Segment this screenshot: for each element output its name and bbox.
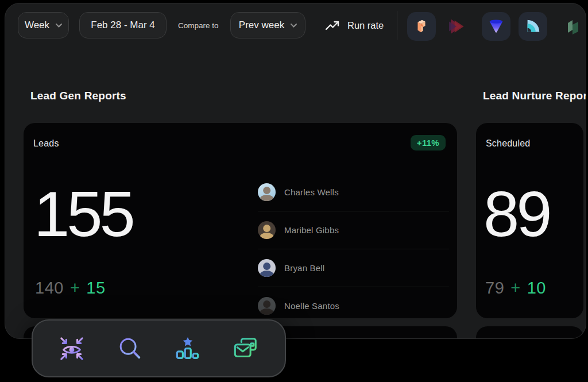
- floating-toolbar: [32, 319, 286, 377]
- avatar: [258, 297, 276, 315]
- run-rate-toggle[interactable]: Run rate: [325, 12, 384, 38]
- app-tile-red-prism[interactable]: [443, 12, 472, 41]
- leaderboard-star-icon: [175, 335, 201, 362]
- list-item: Maribel Gibbs: [258, 211, 449, 249]
- leads-previous-value: 140: [35, 279, 64, 298]
- leads-delta-value: 15: [86, 279, 105, 298]
- scheduled-delta-sign: +: [510, 279, 520, 298]
- trend-up-icon: [325, 20, 340, 31]
- search-analytics-icon: [117, 335, 143, 362]
- date-range-label: Feb 28 - Mar 4: [91, 20, 155, 31]
- chevron-down-icon: [291, 24, 297, 28]
- section-title-lead-gen: Lead Gen Reports: [30, 90, 126, 102]
- app-tile-blue-funnel[interactable]: [482, 12, 510, 41]
- scheduled-value: 89: [483, 182, 550, 246]
- leads-delta-row: 140 + 15: [35, 279, 106, 298]
- mail-card-icon: [233, 335, 259, 362]
- person-name: Maribel Gibbs: [284, 225, 339, 235]
- avatar: [258, 221, 276, 239]
- scheduled-delta-value: 10: [527, 279, 546, 298]
- leads-people-list: Charles Wells Maribel Gibbs Bryan Bell N…: [258, 173, 449, 318]
- list-item: Noelle Santos: [258, 287, 449, 318]
- period-dropdown[interactable]: Week: [18, 12, 69, 38]
- leaderboard-tool[interactable]: [172, 333, 204, 365]
- section-title-lead-nurture: Lead Nurture Reports: [483, 90, 586, 102]
- run-rate-label: Run rate: [347, 20, 384, 31]
- mail-card-tool[interactable]: [230, 333, 262, 365]
- scheduled-previous-value: 79: [485, 279, 504, 298]
- topbar-divider: [397, 11, 397, 40]
- period-dropdown-label: Week: [25, 20, 49, 31]
- orange-cube-icon: [413, 18, 430, 35]
- leads-card[interactable]: Leads +11% 155 140 + 15 Charles Wells Ma…: [24, 123, 457, 318]
- blue-funnel-icon: [488, 18, 505, 35]
- scheduled-delta-row: 79 + 10: [485, 279, 546, 298]
- app-tile-orange-cube[interactable]: [407, 12, 436, 41]
- app-tile-teal-radar[interactable]: [519, 12, 547, 41]
- scheduled-card-label: Scheduled: [486, 138, 530, 149]
- list-item: Bryan Bell: [258, 249, 449, 287]
- scheduled-card[interactable]: Scheduled 89 79 + 10: [476, 123, 583, 318]
- avatar: [258, 183, 276, 201]
- dashboard-panel: Week Feb 28 - Mar 4 Compare to Prev week…: [5, 3, 586, 339]
- leads-delta-sign: +: [70, 279, 80, 298]
- person-name: Bryan Bell: [284, 263, 324, 273]
- person-name: Charles Wells: [284, 187, 339, 197]
- eye-focus-tool[interactable]: [56, 333, 88, 365]
- app-tile-green-chart[interactable]: [559, 12, 586, 41]
- leads-change-badge: +11%: [411, 135, 446, 151]
- list-item: Charles Wells: [258, 173, 449, 211]
- search-analytics-tool[interactable]: [114, 333, 146, 365]
- person-name: Noelle Santos: [284, 301, 339, 311]
- leads-card-label: Leads: [33, 138, 59, 149]
- avatar: [258, 259, 276, 277]
- teal-radar-icon: [524, 18, 541, 35]
- chevron-down-icon: [56, 24, 62, 28]
- compare-dropdown[interactable]: Prev week: [230, 12, 305, 38]
- compare-to-label: Compare to: [178, 21, 219, 30]
- next-row-card-right: [476, 326, 583, 339]
- date-range-button[interactable]: Feb 28 - Mar 4: [79, 12, 167, 38]
- green-chart-icon: [564, 17, 583, 36]
- compare-dropdown-label: Prev week: [239, 20, 284, 31]
- eye-focus-icon: [59, 335, 85, 362]
- red-prism-icon: [448, 17, 467, 36]
- leads-value: 155: [34, 182, 133, 246]
